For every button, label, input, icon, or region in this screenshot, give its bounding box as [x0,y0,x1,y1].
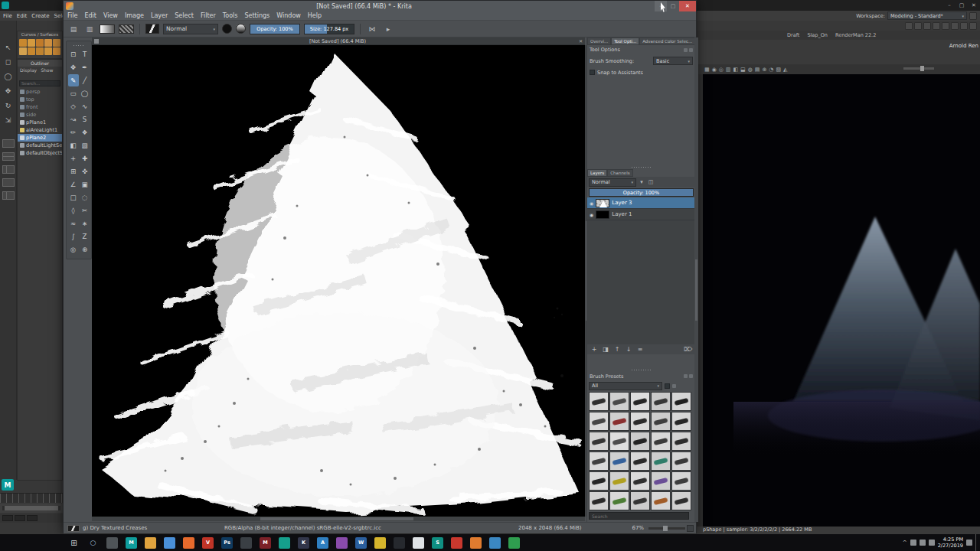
brush-preset[interactable] [630,452,650,471]
brush-preset[interactable] [630,471,650,491]
viewport-toolbar-icon[interactable]: ▧ [776,67,781,73]
shelf-tool-icon[interactable] [44,47,52,55]
foreground-color-swatch[interactable] [222,24,232,34]
taskbar-app-icon[interactable]: W [351,534,371,551]
toolbar-icon[interactable] [942,22,949,30]
taskbar-app-icon[interactable] [103,534,122,551]
brush-preset-thumbnail[interactable] [145,24,159,34]
polygon-select-tool[interactable]: ◊ [68,204,79,217]
float-docker-icon[interactable] [684,48,688,52]
viewport-toolbar-icon[interactable]: ⬓ [740,67,746,73]
toolbar-icon[interactable] [969,22,977,30]
shelf-tool-icon[interactable] [53,39,60,47]
menu-item[interactable]: Window [276,12,301,19]
render-viewport[interactable] [703,74,980,527]
layout-preset-icon[interactable] [2,178,15,187]
menu-item[interactable]: Tools [223,12,238,19]
layer-filter-icon[interactable]: ▾ [638,178,645,186]
ellipse-tool[interactable]: ◯ [80,87,90,99]
viewport-toolbar-icon[interactable]: ▤ [755,67,760,73]
krita-titlebar[interactable]: [Not Saved] (66.4 MiB) * - Krita – ▢ ✕ [64,1,696,11]
taskbar-app-icon[interactable]: S [428,534,447,551]
canvas-tab-title[interactable]: [Not Saved] (66.4 MiB) [99,38,577,44]
taskbar-app-icon[interactable] [485,534,505,551]
scale-tool-icon[interactable]: ⇲ [2,115,15,126]
new-document-icon[interactable]: ▤ [67,23,80,35]
calligraphy-tool[interactable]: ✒ [80,61,90,73]
layer-blend-mode-select[interactable]: Normal [589,178,636,187]
contiguous-select-tool[interactable]: ≈ [68,217,79,230]
gradient-swatch[interactable] [100,24,115,34]
taskbar-app-icon[interactable] [371,534,390,551]
outliner-item[interactable]: persp [18,88,62,96]
brush-smoothing-select[interactable]: Basic [653,57,693,65]
menu-item[interactable]: Filter [201,12,216,19]
minimize-icon[interactable]: – [943,0,956,11]
move-tool-icon[interactable]: ✥ [2,86,15,96]
viewport-toolbar-icon[interactable]: ◉ [712,67,717,73]
taskbar-app-icon[interactable] [275,534,294,551]
close-button[interactable]: ✕ [679,1,696,11]
view-mode-icon[interactable] [672,384,676,388]
blend-mode-select[interactable]: Normal [163,24,218,34]
taskbar-app-icon[interactable] [332,534,351,551]
viewport-toolbar-icon[interactable]: ▥ [726,67,731,73]
brush-preset[interactable] [589,392,609,411]
brush-preset[interactable] [651,432,671,451]
menu-item[interactable]: File [67,12,77,19]
brush-preset[interactable] [630,412,650,431]
magnetic-select-tool[interactable]: Z [80,230,90,243]
outliner-item[interactable]: top [18,96,62,103]
brush-preset[interactable] [671,491,691,510]
maximize-button[interactable]: ▢ [667,1,679,11]
brush-preset[interactable] [630,432,650,451]
maya-menu-item[interactable]: Select [54,13,63,19]
shelf-tool-icon[interactable] [19,39,27,47]
rect-select-tool[interactable]: □ [68,191,79,204]
maya-menu-item[interactable]: Edit [17,13,28,19]
gradient-tool[interactable]: ▨ [80,139,90,152]
taskbar-app-icon[interactable] [141,534,160,551]
current-frame-field[interactable] [27,515,38,521]
taskbar-app-icon[interactable] [237,534,256,551]
shelf-tab[interactable]: Curves / Surfaces [18,31,62,38]
docker-tab[interactable]: Advanced Color Selec... [639,37,695,45]
brush-preset[interactable] [651,412,671,431]
brush-preset[interactable] [651,452,671,471]
brush-preset[interactable] [671,412,691,431]
taskbar-app-icon[interactable]: M [256,534,275,551]
start-frame-field[interactable] [2,515,13,521]
tray-icon[interactable] [910,540,916,546]
outliner-item[interactable]: defaultObjectSet [18,149,62,157]
zoom-tool[interactable]: ◎ [68,243,79,256]
taskbar-app-icon[interactable] [505,534,524,551]
volume-icon[interactable] [929,540,935,546]
multibrush-tool[interactable]: ❖ [80,126,90,139]
lasso-select-tool-icon[interactable]: ◻ [2,57,15,67]
outliner-item[interactable]: aiAreaLight1 [18,126,62,134]
pan-tool[interactable]: ⊕ [80,243,90,256]
select-tool-icon[interactable]: ↖ [2,42,15,53]
taskbar-app-icon[interactable] [179,534,198,551]
docker-tab[interactable]: Overvi... [587,37,611,45]
brush-preset[interactable] [609,432,629,451]
docker-tab[interactable]: Tool Opti... [611,37,639,45]
taskbar-app-icon[interactable]: V [198,534,217,551]
viewport-toolbar-icon[interactable]: ◔ [769,67,773,73]
brush-preset[interactable] [651,491,671,510]
tag-checkbox[interactable] [665,383,670,389]
channels-tab[interactable]: Channels [607,169,632,177]
bezier-curve-tool[interactable]: ↝ [68,113,79,126]
toolbox-grip[interactable] [73,44,85,47]
network-icon[interactable] [920,540,926,546]
layer-row[interactable]: ◉ Layer 3 [587,197,695,209]
smart-patch-tool[interactable]: ✚ [80,152,90,165]
brush-preset[interactable] [609,491,629,510]
freehand-select-tool[interactable]: ✂ [80,204,90,217]
brush-preset[interactable] [671,452,691,471]
freehand-path-tool[interactable]: S [80,113,90,126]
taskbar-clock[interactable]: 4:25 PM 2/27/2019 [938,536,963,549]
shelf-tool-icon[interactable] [28,47,35,55]
taskbar-app-icon[interactable]: M [122,534,141,551]
outliner-search-input[interactable] [19,80,60,86]
